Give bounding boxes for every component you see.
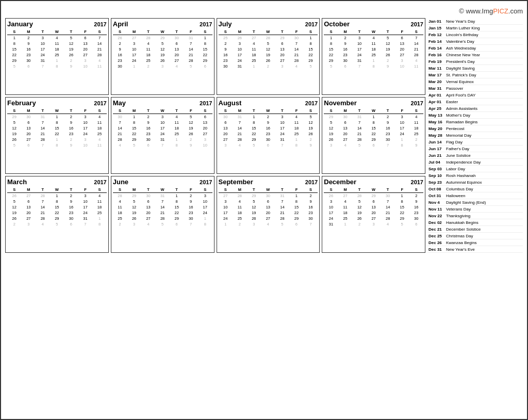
calendar-day: 31 — [233, 63, 247, 69]
month-box-april: April2017SMTWTFS262728293031123456789101… — [111, 18, 214, 95]
holiday-name: St. Patrick's Day — [446, 73, 476, 77]
calendar-day: 20 — [275, 52, 290, 58]
calendar-day: 20 — [395, 46, 409, 52]
month-name: December — [324, 178, 356, 186]
calendar-day: 27 — [22, 193, 36, 199]
calendar-day: 29 — [324, 58, 338, 63]
calendar-day: 26 — [113, 35, 127, 41]
holiday-name: Columbus Day — [446, 187, 473, 191]
calendar-day: 28 — [261, 35, 275, 41]
calendar-day: 11 — [92, 120, 107, 125]
month-header: October2017 — [324, 20, 423, 28]
calendar-day: 30 — [113, 63, 127, 69]
calendar-day: 27 — [22, 137, 36, 142]
calendar-day: 13 — [395, 41, 409, 46]
calendar-day: 2 — [113, 221, 127, 227]
calendar-day: 9 — [261, 120, 275, 125]
calendar-day: 2 — [7, 221, 22, 227]
calendar-day: 8 — [367, 63, 381, 69]
month-name: May — [113, 99, 126, 107]
calendar-day: 12 — [64, 41, 78, 46]
calendar-day: 1 — [219, 221, 233, 227]
holiday-name: Independence Day — [446, 160, 481, 165]
holiday-date: Mar 11 — [428, 66, 444, 71]
month-header: November2017 — [324, 99, 423, 107]
day-header: F — [78, 187, 93, 193]
calendar-day: 3 — [78, 58, 93, 63]
holiday-date: Jun 21 — [428, 153, 444, 158]
calendar-day: 21 — [352, 131, 367, 137]
calendar-day: 25 — [367, 52, 381, 58]
calendar-day: 4 — [170, 114, 184, 120]
calendar-day: 1 — [247, 114, 261, 120]
calendar-day: 9 — [184, 142, 198, 148]
calendar-day: 8 — [367, 120, 381, 125]
calendars-grid: January2017SMTWTFS1234567891011121314151… — [5, 18, 425, 253]
day-header: W — [155, 187, 170, 193]
calendar-day: 23 — [64, 131, 78, 137]
day-header: F — [78, 108, 93, 114]
calendar-day: 8 — [92, 221, 107, 227]
day-header: T — [36, 29, 50, 35]
calendar-day: 10 — [36, 41, 50, 46]
calendar-day: 21 — [233, 131, 247, 137]
calendar-day: 28 — [381, 216, 395, 221]
day-header: W — [50, 108, 64, 114]
day-header: M — [127, 29, 141, 35]
calendar-day: 1 — [7, 35, 22, 41]
holiday-name: Pentecost — [446, 126, 465, 131]
calendar-day: 15 — [324, 46, 338, 52]
calendar-day: 22 — [395, 210, 409, 216]
calendar-day: 12 — [127, 204, 141, 210]
calendar-day: 6 — [338, 120, 353, 125]
day-header: S — [219, 29, 233, 35]
calendar-day: 14 — [409, 41, 423, 46]
calendar-day: 4 — [338, 199, 353, 204]
calendar-day: 24 — [275, 131, 290, 137]
calendar-day: 23 — [338, 52, 353, 58]
calendar-day: 8 — [289, 199, 304, 204]
calendar-day: 31 — [36, 58, 50, 63]
calendar-day: 4 — [113, 142, 127, 148]
calendar-day: 19 — [155, 52, 170, 58]
month-header: January2017 — [7, 20, 107, 28]
day-header: S — [113, 29, 127, 35]
calendar-day: 30 — [409, 216, 423, 221]
day-header: T — [352, 187, 367, 193]
day-header: F — [184, 187, 198, 193]
calendar-day: 1 — [338, 221, 353, 227]
calendar-day: 22 — [289, 210, 304, 216]
holiday-name: Hanukkah Begins — [446, 220, 478, 225]
calendar-day: 7 — [36, 120, 50, 125]
calendar-day: 29 — [198, 58, 212, 63]
holiday-name: Daylight Saving (End) — [446, 200, 486, 205]
calendar-day: 28 — [36, 193, 50, 199]
calendar-day: 22 — [198, 52, 212, 58]
calendar-day: 11 — [338, 204, 353, 210]
calendar-day: 3 — [78, 193, 93, 199]
calendar-table: SMTWTFS272829303112345678910111213141516… — [219, 187, 318, 227]
calendar-day: 5 — [261, 41, 275, 46]
day-header: T — [170, 29, 184, 35]
holiday-name: Easter — [446, 100, 458, 104]
calendar-day: 20 — [338, 131, 353, 137]
holiday-name: Martin Luther King — [446, 26, 480, 30]
calendar-day: 22 — [170, 210, 184, 216]
holiday-name: Labor Day — [446, 167, 465, 171]
calendar-day: 11 — [367, 41, 381, 46]
calendar-day: 15 — [50, 204, 64, 210]
calendar-day: 19 — [64, 46, 78, 52]
calendar-day: 4 — [409, 114, 423, 120]
holiday-name: Autumnnal Equinox — [446, 180, 482, 185]
holiday-date: Nov 11 — [428, 207, 444, 212]
day-header: F — [289, 187, 304, 193]
calendar-day: 9 — [113, 46, 127, 52]
holiday-date: Apr 25 — [428, 106, 444, 111]
calendar-day: 4 — [247, 41, 261, 46]
calendar-day: 25 — [219, 35, 233, 41]
month-header: June2017 — [113, 178, 212, 186]
holiday-name: Ramadan Begins — [446, 120, 477, 124]
calendar-day: 1 — [92, 216, 107, 221]
calendar-day: 31 — [352, 114, 367, 120]
calendar-day: 1 — [50, 137, 64, 142]
